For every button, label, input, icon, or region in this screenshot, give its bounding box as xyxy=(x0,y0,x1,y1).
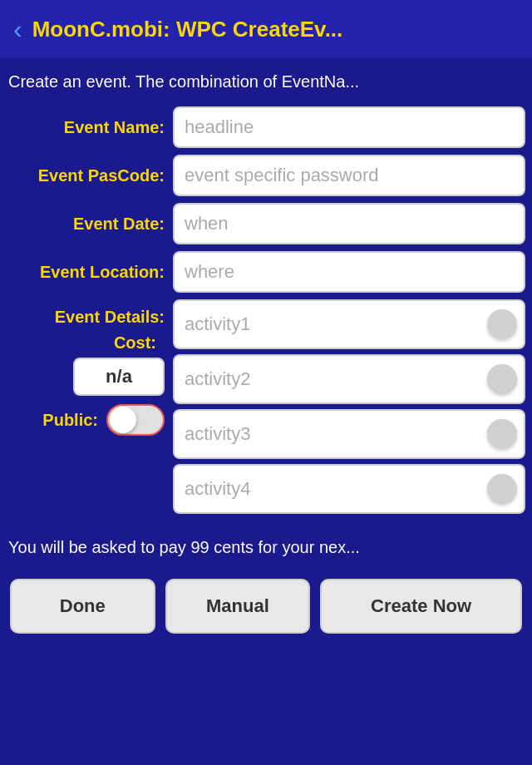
list-item[interactable]: activity2 xyxy=(173,354,525,404)
header-title: MoonC.mobi: WPC CreateEv... xyxy=(32,17,519,42)
done-button[interactable]: Done xyxy=(10,579,155,634)
public-label: Public: xyxy=(7,411,106,430)
event-passcode-row: Event PasCode: xyxy=(7,155,525,196)
event-location-row: Event Location: xyxy=(7,251,525,293)
activity-toggle[interactable] xyxy=(487,419,517,449)
event-details-label: Event Details: xyxy=(7,299,165,327)
event-name-label: Event Name: xyxy=(7,118,173,137)
event-passcode-label: Event PasCode: xyxy=(7,166,173,185)
list-item[interactable]: activity3 xyxy=(173,409,525,459)
manual-button[interactable]: Manual xyxy=(165,579,311,634)
public-toggle[interactable] xyxy=(106,404,165,436)
activity-toggle[interactable] xyxy=(487,364,517,394)
event-date-input[interactable] xyxy=(173,203,525,244)
activity-toggle[interactable] xyxy=(487,474,517,504)
notice-text: You will be asked to pay 99 cents for yo… xyxy=(0,524,532,570)
button-row: Done Manual Create Now xyxy=(0,570,532,650)
event-passcode-input[interactable] xyxy=(173,155,525,196)
cost-label: Cost: xyxy=(7,333,165,353)
header: ‹ MoonC.mobi: WPC CreateEv... xyxy=(0,0,532,58)
event-location-input[interactable] xyxy=(173,251,525,293)
form-container: Event Name: Event PasCode: Event Date: E… xyxy=(0,101,532,293)
back-button[interactable]: ‹ xyxy=(13,16,22,42)
activity-label: activity2 xyxy=(185,368,250,390)
description-text: Create an event. The combination of Even… xyxy=(0,58,532,101)
cost-row: Cost: xyxy=(7,333,165,396)
event-name-input[interactable] xyxy=(173,106,525,148)
toggle-track xyxy=(106,404,165,436)
event-date-label: Event Date: xyxy=(7,215,173,234)
event-location-label: Event Location: xyxy=(7,263,173,282)
activity-toggle[interactable] xyxy=(487,309,517,339)
event-name-row: Event Name: xyxy=(7,106,525,148)
activities-list: activity1 activity2 activity3 activity4 xyxy=(173,299,525,519)
public-row: Public: xyxy=(7,404,165,436)
list-item[interactable]: activity1 xyxy=(173,299,525,349)
activity-label: activity3 xyxy=(185,423,250,445)
event-date-row: Event Date: xyxy=(7,203,525,244)
activity-label: activity4 xyxy=(185,478,250,500)
activity-label: activity1 xyxy=(185,313,250,335)
details-left-col: Event Details: Cost: Public: xyxy=(7,299,173,436)
create-now-button[interactable]: Create Now xyxy=(320,579,522,634)
list-item[interactable]: activity4 xyxy=(173,464,525,514)
toggle-thumb xyxy=(110,407,136,433)
cost-input[interactable] xyxy=(73,358,165,396)
details-section: Event Details: Cost: Public: activity1 a… xyxy=(0,299,532,519)
